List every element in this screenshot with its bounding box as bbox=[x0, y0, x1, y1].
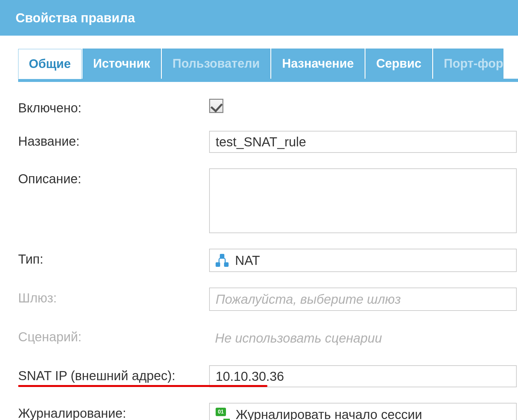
scenario-label: Сценарий: bbox=[18, 326, 209, 344]
general-form: Включено: Название: Описание: Тип: NAT Ш… bbox=[18, 82, 518, 420]
type-label: Тип: bbox=[18, 249, 209, 267]
tab-general[interactable]: Общие bbox=[18, 49, 82, 79]
window-title: Свойства правила bbox=[16, 11, 135, 25]
tab-service[interactable]: Сервис bbox=[366, 49, 432, 79]
scenario-select: Не использовать сценарии bbox=[209, 326, 517, 350]
tabs-bar: Общие Источник Пользователи Назначение С… bbox=[18, 49, 518, 82]
window-client-area: Общие Источник Пользователи Назначение С… bbox=[0, 36, 518, 420]
rule-properties-window: Свойства правила Общие Источник Пользова… bbox=[0, 0, 518, 420]
tab-source[interactable]: Источник bbox=[83, 49, 161, 79]
description-input[interactable] bbox=[209, 168, 517, 233]
enabled-cell bbox=[209, 97, 518, 114]
gateway-placeholder: Пожалуйста, выберите шлюз bbox=[216, 292, 401, 307]
tab-port-forward: Порт-фор bbox=[433, 49, 504, 79]
logging-select[interactable]: Журналировать начало сессии bbox=[209, 403, 517, 420]
description-label: Описание: bbox=[18, 168, 209, 186]
name-input[interactable] bbox=[209, 131, 517, 153]
snat-ip-label: SNAT IP (внешний адрес): bbox=[18, 365, 209, 383]
logging-label: Журналирование: bbox=[18, 403, 209, 420]
tab-users: Пользователи bbox=[162, 49, 270, 79]
gateway-label: Шлюз: bbox=[18, 288, 209, 305]
logging-value: Журналировать начало сессии bbox=[236, 407, 422, 420]
name-label: Название: bbox=[18, 131, 209, 149]
type-select[interactable]: NAT bbox=[209, 249, 517, 272]
window-titlebar: Свойства правила bbox=[0, 0, 518, 36]
type-value: NAT bbox=[235, 253, 260, 268]
tab-destination[interactable]: Назначение bbox=[271, 49, 365, 79]
nat-icon bbox=[216, 254, 229, 267]
enabled-checkbox[interactable] bbox=[209, 99, 223, 113]
gateway-select: Пожалуйста, выберите шлюз bbox=[209, 288, 517, 311]
enabled-label: Включено: bbox=[18, 97, 209, 115]
scenario-placeholder: Не использовать сценарии bbox=[215, 331, 382, 346]
snat-ip-input[interactable] bbox=[209, 365, 517, 387]
logging-icon bbox=[216, 408, 229, 420]
